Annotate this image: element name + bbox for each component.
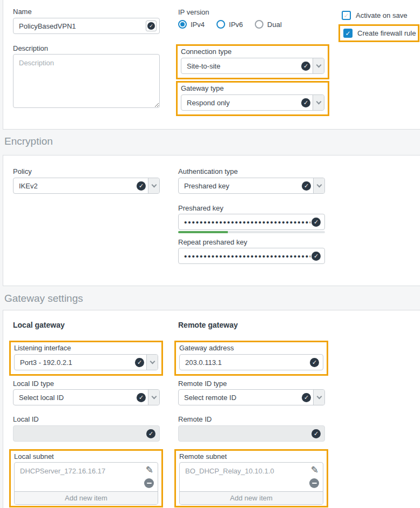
local-id-type-label: Local ID type <box>13 380 54 388</box>
rpsk-input[interactable] <box>178 248 325 264</box>
listening-interface-select[interactable]: Port3 - 192.0.2.1 ✓ <box>14 354 158 370</box>
name-label: Name <box>13 8 32 16</box>
local-subnet-label: Local subnet <box>14 452 158 460</box>
remote-id-label: Remote ID <box>178 415 212 423</box>
connection-type-value: Site-to-site <box>187 62 301 70</box>
radio-dual-label: Dual <box>267 21 282 29</box>
name-field: ✓ <box>13 18 160 34</box>
chevron-down-icon[interactable] <box>148 178 159 193</box>
radio-selected-icon <box>178 20 187 29</box>
remove-icon[interactable] <box>309 478 319 488</box>
remote-id-type-label: Remote ID type <box>178 380 227 388</box>
check-icon: ✓ <box>301 98 310 107</box>
gateway-type-label: Gateway type <box>181 84 324 92</box>
psk-field: ✓ <box>178 214 325 230</box>
listening-interface-value: Port3 - 192.0.2.1 <box>20 358 135 367</box>
gateway-section-title: Gateway settings <box>4 293 83 304</box>
radio-disabled-icon <box>255 20 263 29</box>
check-icon: ✓ <box>311 218 321 227</box>
chevron-down-icon[interactable] <box>313 95 324 110</box>
edit-icon[interactable]: ✎ <box>311 464 319 476</box>
activate-on-save-row: ✓ Activate on save <box>342 11 407 20</box>
remote-id-input <box>178 425 325 442</box>
check-icon: ✓ <box>135 358 144 367</box>
check-icon: ✓ <box>137 181 146 191</box>
local-id-type-value: Select local ID <box>19 394 137 402</box>
gateway-address-group: Gateway address ✓ <box>174 341 328 376</box>
check-icon: ✓ <box>301 62 310 71</box>
rpsk-label: Repeat preshared key <box>178 238 247 246</box>
local-subnet-list: DHCPServer_172.16.16.17 ✎ Add new item <box>14 462 158 505</box>
gateway-address-field: ✓ <box>179 354 323 370</box>
rpsk-field: ✓ <box>178 248 325 264</box>
remote-subnet-list: BO_DHCP_Relay_10.10.1.0 ✎ Add new item <box>179 462 323 505</box>
remove-icon[interactable] <box>144 478 154 488</box>
encryption-section-title: Encryption <box>4 136 53 147</box>
gateway-type-select[interactable]: Respond only ✓ <box>181 94 324 111</box>
check-icon: ✓ <box>302 393 311 402</box>
add-new-item-button[interactable]: Add new item <box>180 491 323 504</box>
chevron-down-icon[interactable] <box>313 178 324 193</box>
create-firewall-rule-group: ✓ Create firewall rule <box>338 24 419 42</box>
psk-strength-meter <box>178 231 325 233</box>
list-item: DHCPServer_172.16.16.17 ✎ <box>15 463 158 491</box>
valid-badge-icon: ✓ <box>146 21 157 31</box>
policy-select[interactable]: IKEv2 ✓ <box>13 178 160 194</box>
gateway-address-label: Gateway address <box>179 344 323 352</box>
chevron-down-icon[interactable] <box>148 390 159 405</box>
subnet-item-name: DHCPServer_172.16.16.17 <box>20 467 139 475</box>
check-icon: ✓ <box>137 393 146 402</box>
chevron-down-icon[interactable] <box>313 58 324 73</box>
radio-ipv6[interactable]: IPv6 <box>216 20 243 29</box>
remote-id-type-value: Select remote ID <box>184 394 302 402</box>
chevron-down-icon[interactable] <box>313 390 324 405</box>
policy-value: IKEv2 <box>19 182 137 190</box>
check-icon: ✓ <box>302 181 311 191</box>
check-icon: ✓ <box>310 358 319 367</box>
listening-interface-label: Listening interface <box>14 344 158 352</box>
remote-subnet-label: Remote subnet <box>179 452 323 460</box>
check-icon: ✓ <box>311 429 321 438</box>
remote-subnet-group: Remote subnet BO_DHCP_Relay_10.10.1.0 ✎ … <box>174 449 328 507</box>
psk-input[interactable] <box>178 214 325 230</box>
radio-dual[interactable]: Dual <box>255 20 282 29</box>
check-icon: ✓ <box>146 429 155 438</box>
check-icon: ✓ <box>147 22 155 30</box>
connection-type-label: Connection type <box>181 48 324 56</box>
radio-ipv4[interactable]: IPv4 <box>178 20 205 29</box>
add-new-item-button[interactable]: Add new item <box>15 491 158 504</box>
local-id-label: Local ID <box>13 415 39 423</box>
connection-type-select[interactable]: Site-to-site ✓ <box>181 58 324 74</box>
gateway-type-value: Respond only <box>187 99 301 107</box>
activate-checkbox[interactable]: ✓ <box>342 11 351 20</box>
radio-ipv6-label: IPv6 <box>229 21 243 29</box>
listening-interface-group: Listening interface Port3 - 192.0.2.1 ✓ <box>9 341 163 376</box>
vpn-config-form: Name ✓ Description IP version IPv4 IPv6 … <box>0 0 420 508</box>
gateway-type-group: Gateway type Respond only ✓ <box>176 81 329 116</box>
local-id-input <box>13 425 160 442</box>
radio-unselected-icon <box>216 20 225 29</box>
chevron-down-icon[interactable] <box>146 355 158 370</box>
auth-type-select[interactable]: Preshared key ✓ <box>178 178 325 194</box>
edit-icon[interactable]: ✎ <box>146 464 153 476</box>
ip-version-label: IP version <box>178 8 209 16</box>
local-subnet-group: Local subnet DHCPServer_172.16.16.17 ✎ A… <box>9 449 163 507</box>
remote-id-field: ✓ <box>178 425 325 442</box>
name-input[interactable] <box>13 18 160 34</box>
radio-ipv4-label: IPv4 <box>191 21 205 29</box>
gateway-address-input[interactable] <box>179 354 323 370</box>
firewall-checkbox[interactable]: ✓ <box>343 29 353 38</box>
firewall-label: Create firewall rule <box>357 29 416 37</box>
policy-label: Policy <box>13 167 32 175</box>
remote-gateway-header: Remote gateway <box>178 321 238 329</box>
auth-type-value: Preshared key <box>184 182 302 190</box>
auth-type-label: Authentication type <box>178 167 238 175</box>
local-gateway-header: Local gateway <box>13 321 65 329</box>
activate-label: Activate on save <box>356 11 407 19</box>
list-item: BO_DHCP_Relay_10.10.1.0 ✎ <box>180 463 323 491</box>
description-textarea[interactable] <box>13 54 160 108</box>
connection-type-group: Connection type Site-to-site ✓ <box>176 44 329 79</box>
remote-id-type-select[interactable]: Select remote ID ✓ <box>178 389 325 405</box>
local-id-type-select[interactable]: Select local ID ✓ <box>13 389 160 405</box>
check-icon: ✓ <box>311 252 321 261</box>
